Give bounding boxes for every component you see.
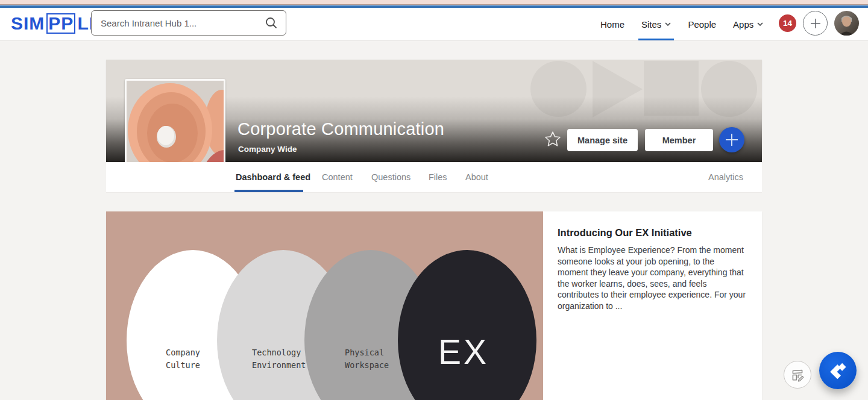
nav-label: Apps — [733, 19, 753, 30]
site-tabbar: Dashboard & feed Content Questions Files… — [106, 162, 762, 193]
image-circle-ex — [398, 250, 536, 400]
feed-post-card[interactable]: Company Culture Technology Environment P… — [106, 211, 762, 400]
nav-item-home[interactable]: Home — [600, 8, 624, 40]
avatar-photo — [834, 11, 859, 36]
nav-label: Home — [600, 19, 624, 30]
edit-dashboard-button[interactable] — [784, 361, 811, 389]
site-subtitle: Company Wide — [238, 145, 297, 154]
image-label: Company Culture — [166, 346, 200, 372]
post-title[interactable]: Introducing Our EX Initiative — [558, 227, 746, 239]
nav-label: Sites — [641, 19, 661, 30]
post-excerpt: What is Employee Experience? From the mo… — [558, 245, 746, 311]
active-tab-underline — [234, 190, 303, 192]
browser-edge-strip — [0, 0, 868, 5]
post-image[interactable]: Company Culture Technology Environment P… — [106, 211, 543, 400]
nav-label: People — [688, 19, 716, 30]
tab-about[interactable]: About — [465, 162, 488, 193]
simpplr-logo[interactable]: SIM PP LR — [11, 13, 102, 34]
plus-icon — [810, 17, 822, 30]
user-avatar[interactable] — [834, 11, 859, 36]
plus-icon — [725, 133, 739, 147]
manage-site-button[interactable]: Manage site — [567, 129, 638, 151]
nav-item-apps[interactable]: Apps — [733, 8, 763, 40]
chevron-down-icon — [757, 22, 763, 26]
tab-files[interactable]: Files — [429, 162, 447, 193]
favorite-star-icon[interactable] — [544, 131, 561, 148]
global-add-button[interactable] — [803, 11, 828, 36]
logo-part-1: SIM — [11, 13, 45, 34]
nav-item-people[interactable]: People — [688, 8, 716, 40]
tab-analytics[interactable]: Analytics — [708, 162, 743, 193]
image-label-ex: EX — [438, 334, 489, 370]
page: SIM PP LR Home Sites People — [0, 0, 868, 400]
search-icon[interactable] — [265, 16, 278, 30]
edit-dashboard-icon — [790, 367, 805, 383]
top-header: SIM PP LR Home Sites People — [0, 8, 868, 41]
member-button[interactable]: Member — [645, 129, 713, 151]
simpplr-assistant-button[interactable] — [819, 352, 857, 389]
tab-content[interactable]: Content — [322, 162, 353, 193]
image-label: Physical Workspace — [345, 346, 389, 372]
tab-questions[interactable]: Questions — [371, 162, 410, 193]
site-hero-banner: Corporate Communication Company Wide Man… — [106, 60, 762, 162]
tab-dashboard-feed[interactable]: Dashboard & feed — [236, 162, 310, 193]
image-label: Technology Environment — [252, 346, 306, 372]
chevron-down-icon — [665, 22, 671, 26]
search-input[interactable] — [92, 18, 265, 28]
nav-item-sites[interactable]: Sites — [641, 8, 671, 40]
notification-badge[interactable]: 14 — [779, 14, 796, 32]
main-nav: Home Sites People Apps — [600, 8, 763, 40]
site-title: Corporate Communication — [237, 119, 444, 139]
simpplr-assistant-icon — [826, 358, 850, 383]
post-text-panel: Introducing Our EX Initiative What is Em… — [543, 211, 762, 400]
search-box — [91, 10, 286, 36]
logo-part-2: PP — [46, 13, 75, 34]
site-add-content-button[interactable] — [719, 127, 744, 152]
